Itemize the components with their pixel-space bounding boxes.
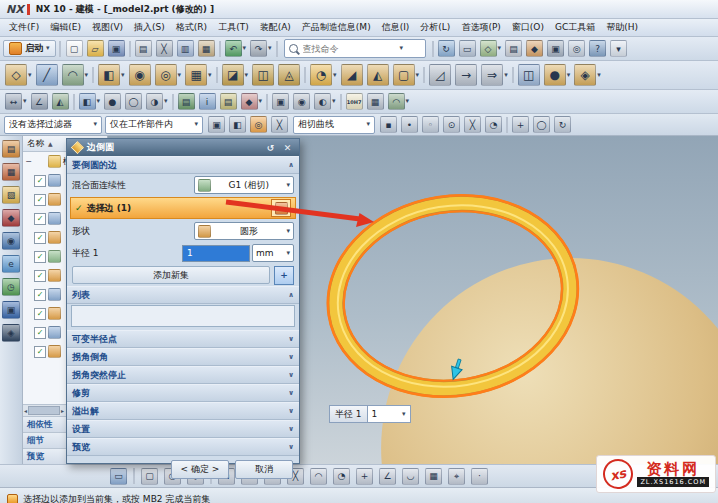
toolbar-button[interactable]: ▤ (218, 92, 239, 111)
shape-dropdown[interactable]: 圆形 ▾ (194, 222, 294, 240)
menu-item[interactable]: 视图(V) (87, 20, 128, 35)
toolbar-button[interactable]: ◠ (308, 467, 329, 486)
toolbar-button[interactable]: ◯ (123, 92, 144, 111)
menu-item[interactable]: 帮助(H) (601, 20, 643, 35)
expander-icon[interactable]: − (25, 157, 32, 166)
dropdown-caret-icon[interactable]: ▾ (208, 72, 212, 79)
checkbox-icon[interactable]: ✓ (34, 232, 46, 244)
radius-input[interactable]: 1 (182, 245, 250, 262)
toolbar-button[interactable]: ▤ (176, 92, 197, 111)
command-search-input[interactable] (301, 43, 397, 55)
dropdown-caret-icon[interactable]: ▾ (268, 45, 272, 52)
toolbar-button[interactable]: ↻ (552, 115, 573, 134)
toolbar-button[interactable]: ◇ ▾ (478, 39, 504, 58)
toolbar-button[interactable]: ◎ (566, 39, 587, 58)
toolbar-button[interactable]: ▱ (85, 39, 106, 58)
toolbar-button[interactable]: → (453, 63, 479, 87)
toolbar-button[interactable]: ▤ (133, 39, 154, 58)
toolbar-button[interactable]: ◧ ▾ (96, 63, 127, 87)
toolbar-button[interactable]: ◪ ▾ (220, 63, 251, 87)
continuity-dropdown[interactable]: G1 (相切) ▾ (194, 176, 294, 194)
dropdown-caret-icon[interactable]: ▾ (23, 98, 27, 105)
sidebar-tab[interactable]: ◈ (2, 324, 20, 342)
sidebar-tab[interactable]: ▦ (2, 163, 20, 181)
edge-set-list[interactable] (71, 305, 295, 327)
dropdown-caret-icon[interactable]: ▾ (121, 72, 125, 79)
dialog-section-header[interactable]: 预览 ∨ (67, 438, 299, 456)
toolbar-button[interactable]: ▣ (106, 39, 127, 58)
chevron-up-icon[interactable]: ∧ (288, 291, 294, 299)
toolbar-button[interactable]: ⌖ (446, 467, 467, 486)
toolbar-button[interactable]: ◎ ▾ (153, 63, 184, 87)
toolbar-button[interactable]: + (510, 115, 531, 134)
toolbar-button[interactable] (127, 40, 133, 58)
menu-item[interactable]: 装配(A) (255, 20, 296, 35)
toolbar-button[interactable]: ◑ ▾ (144, 92, 170, 111)
dialog-reset-button[interactable]: ↺ (264, 141, 277, 154)
toolbar-button[interactable]: ↻ (436, 39, 457, 58)
toolbar-button[interactable]: ◯ (531, 115, 552, 134)
dialog-section-header[interactable]: 溢出解 ∨ (67, 402, 299, 420)
toolbar-button[interactable]: ◈ ▾ (572, 63, 603, 87)
sidebar-tab[interactable]: ◷ (2, 278, 20, 296)
toolbar-button[interactable]: ∠ (377, 467, 398, 486)
selection-scope-dropdown[interactable]: 仅在工作部件内 ▾ (105, 116, 203, 134)
menu-item[interactable]: 窗口(O) (507, 20, 549, 35)
toolbar-button[interactable]: ◆ ▾ (239, 92, 265, 111)
menu-item[interactable]: 首选项(P) (456, 20, 505, 35)
dropdown-caret-icon[interactable]: ▾ (567, 72, 571, 79)
list-section-header[interactable]: 列表 ∧ (67, 286, 299, 304)
menu-item[interactable]: 格式(R) (171, 20, 212, 35)
toolbar-button[interactable]: • (399, 115, 420, 134)
toolbar-button[interactable]: · (469, 467, 490, 486)
toolbar-button[interactable]: ◭ (50, 92, 71, 111)
dialog-close-button[interactable]: ✕ (281, 141, 294, 154)
dropdown-caret-icon[interactable]: ▾ (97, 98, 101, 105)
toolbar-button[interactable]: ▣ (206, 115, 227, 134)
toolbar-button[interactable] (170, 93, 176, 111)
toolbar-button[interactable]: ▦ (196, 39, 217, 58)
toolbar-button[interactable]: ◧ ▾ (77, 92, 103, 111)
toolbar-button[interactable]: ◫ (250, 63, 276, 87)
toolbar-button[interactable]: ╳ (154, 39, 175, 58)
toolbar-button[interactable] (338, 93, 344, 111)
unit-dropdown[interactable]: mm ▾ (252, 244, 294, 262)
toolbar-button[interactable]: ◉ (127, 63, 153, 87)
toolbar-button[interactable]: ▾ (608, 39, 629, 58)
toolbar-button[interactable]: ╳ (269, 115, 290, 134)
sidebar-tab[interactable]: ▤ (2, 140, 20, 158)
toolbar-button[interactable]: ? (587, 39, 608, 58)
window-titlebar[interactable]: NX NX 10 - 建模 - [_model2.prt (修改的) ] (0, 0, 718, 19)
toolbar-button[interactable]: ╳ (462, 115, 483, 134)
toolbar-button[interactable]: ▢ ▾ (391, 63, 422, 87)
dropdown-caret-icon[interactable]: ▾ (243, 45, 247, 52)
sort-ascending-icon[interactable]: ▲ (48, 140, 53, 147)
toolbar-button[interactable] (214, 66, 220, 84)
toolbar-button[interactable]: ◡ (400, 467, 421, 486)
menu-item[interactable]: 编辑(E) (45, 20, 86, 35)
sidebar-tab[interactable]: e (2, 255, 20, 273)
dialog-section-header[interactable]: 设置 ∨ (67, 420, 299, 438)
checkbox-icon[interactable]: ✓ (34, 289, 46, 301)
toolbar-button[interactable]: ◿ (427, 63, 453, 87)
toolbar-button[interactable]: ◦ (420, 115, 441, 134)
toolbar-button[interactable]: ◎ (248, 115, 269, 134)
checkbox-icon[interactable]: ✓ (34, 327, 46, 339)
toolbar-button[interactable]: ▥ (175, 39, 196, 58)
toolbar-button[interactable]: ◔ (483, 115, 504, 134)
toolbar-button[interactable]: ◉ (291, 92, 312, 111)
sidebar-tab[interactable]: ◆ (2, 209, 20, 227)
checkbox-icon[interactable]: ✓ (34, 346, 46, 358)
scrollbar-thumb[interactable] (28, 406, 60, 415)
toolbar-button[interactable]: ↔ ▾ (3, 92, 29, 111)
toolbar-button[interactable]: ▦ (423, 467, 444, 486)
toolbar-button[interactable]: ╱ (34, 63, 60, 87)
dropdown-caret-icon[interactable]: ▾ (178, 72, 182, 79)
dropdown-caret-icon[interactable]: ▾ (259, 98, 263, 105)
toolbar-button[interactable]: ◭ (365, 63, 391, 87)
dropdown-caret-icon[interactable]: ▾ (504, 72, 508, 79)
menu-item[interactable]: 插入(S) (129, 20, 170, 35)
add-new-set-icon[interactable]: + (274, 266, 294, 285)
toolbar-button[interactable] (430, 40, 436, 58)
toolbar-button[interactable]: ▤ (503, 39, 524, 58)
